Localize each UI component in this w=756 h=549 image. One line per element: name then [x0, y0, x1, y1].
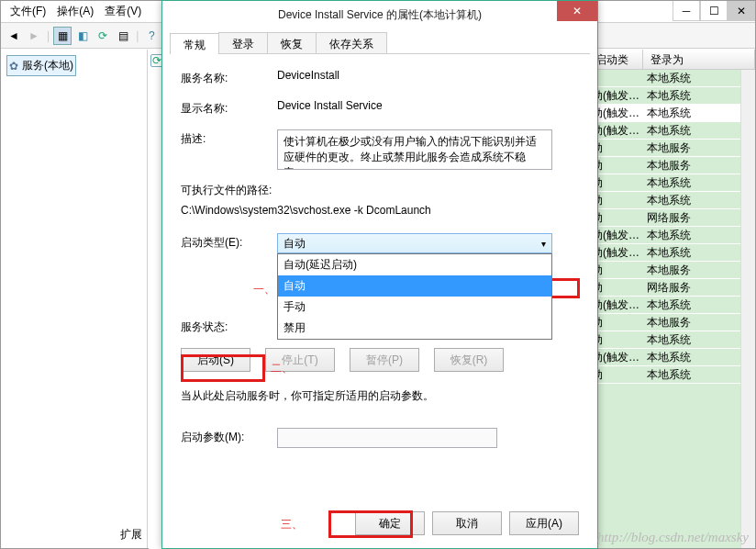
start-button[interactable]: 启动(S) — [181, 348, 250, 372]
pause-button: 暂停(P) — [350, 348, 419, 372]
value-display-name: Device Install Service — [277, 99, 579, 112]
label-exe-path: 可执行文件的路径: — [181, 183, 579, 198]
table-row[interactable]: 动网络服务 — [588, 279, 740, 297]
tree-item-services[interactable]: ✿ 服务(本地) — [6, 55, 76, 76]
select-value: 自动 — [284, 236, 306, 252]
back-icon[interactable]: ◄ — [5, 27, 23, 45]
label-startup-type: 启动类型(E): — [181, 233, 277, 251]
table-row[interactable]: 动本地系统 — [588, 366, 740, 384]
annotation-label-1: 一、 — [253, 282, 275, 297]
list-rows[interactable]: 本地系统动(触发…本地系统动(触发…本地系统动(触发…本地系统动本地服务动本地服… — [588, 70, 740, 548]
label-description: 描述: — [181, 129, 277, 147]
select-popup: 自动(延迟启动) 自动 手动 禁用 — [277, 253, 552, 340]
table-row[interactable]: 动网络服务 — [588, 209, 740, 227]
table-row[interactable]: 动本地系统 — [588, 192, 740, 209]
label-service-status: 服务状态: — [181, 318, 277, 335]
tab-general[interactable]: 常规 — [170, 33, 219, 54]
main-titlebar: ─ ☐ ✕ — [673, 1, 755, 21]
table-row[interactable]: 动(触发…本地系统 — [588, 122, 740, 140]
resume-button: 恢复(R) — [434, 348, 504, 372]
menu-action[interactable]: 操作(A) — [51, 2, 99, 21]
startup-type-select[interactable]: 自动 ▾ 自动(延迟启动) 自动 手动 禁用 — [277, 233, 552, 253]
watermark: http://blog.csdn.net/maxsky — [597, 530, 749, 545]
ext-tab[interactable]: 扩展 — [120, 527, 142, 543]
tree-pane: ✿ 服务(本地) — [1, 50, 148, 548]
description-textbox[interactable]: 使计算机在极少或没有用户输入的情况下能识别并适应硬件的更改。终止或禁用此服务会造… — [277, 129, 552, 170]
col-logon[interactable]: 登录为 — [643, 50, 755, 69]
refresh-icon[interactable]: ⟳ — [94, 27, 112, 45]
table-row[interactable]: 本地系统 — [588, 70, 740, 87]
close-button[interactable]: ✕ — [728, 1, 755, 21]
table-row[interactable]: 动(触发…本地系统 — [588, 297, 740, 314]
table-row[interactable]: 动本地服务 — [588, 262, 740, 279]
table-row[interactable]: 动本地系统 — [588, 331, 740, 349]
view-icon[interactable]: ▦ — [53, 27, 72, 45]
vertical-scrollbar[interactable] — [740, 70, 755, 548]
tab-logon[interactable]: 登录 — [218, 32, 268, 53]
value-service-name: DeviceInstall — [277, 69, 579, 82]
chevron-down-icon: ▾ — [541, 239, 546, 249]
tree-item-label: 服务(本地) — [22, 58, 73, 73]
tab-body: 服务名称: DeviceInstall 显示名称: Device Install… — [162, 54, 597, 476]
value-exe-path: C:\Windows\system32\svchost.exe -k DcomL… — [181, 204, 579, 217]
dialog-close-button[interactable]: ✕ — [557, 1, 597, 21]
option-manual[interactable]: 手动 — [278, 297, 551, 318]
table-row[interactable]: 动(触发…本地系统 — [588, 105, 740, 122]
tab-strip: 常规 登录 恢复 依存关系 — [170, 32, 590, 54]
table-row[interactable]: 动(触发…本地系统 — [588, 349, 740, 366]
table-row[interactable]: 动本地服务 — [588, 157, 740, 174]
tab-recovery[interactable]: 恢复 — [267, 32, 317, 53]
dialog-button-row: 确定 取消 应用(A) — [162, 511, 597, 535]
props-icon[interactable]: ◧ — [73, 27, 92, 45]
dialog-titlebar[interactable]: Device Install Service 的属性(本地计算机) ✕ — [162, 1, 597, 28]
option-disabled[interactable]: 禁用 — [278, 318, 551, 339]
table-row[interactable]: 动本地服务 — [588, 140, 740, 157]
tab-deps[interactable]: 依存关系 — [316, 32, 387, 53]
label-display-name: 显示名称: — [181, 99, 277, 117]
annotation-label-3: 三、 — [281, 517, 303, 532]
start-param-input[interactable] — [277, 428, 497, 448]
option-auto-delayed[interactable]: 自动(延迟启动) — [278, 254, 551, 275]
gear-icon: ✿ — [9, 60, 18, 73]
menu-file[interactable]: 文件(F) — [5, 2, 51, 21]
ok-button[interactable]: 确定 — [355, 511, 425, 535]
fwd-icon[interactable]: ► — [25, 27, 43, 45]
table-row[interactable]: 动(触发…本地系统 — [588, 87, 740, 105]
label-start-param: 启动参数(M): — [181, 428, 277, 445]
properties-dialog: Device Install Service 的属性(本地计算机) ✕ 常规 登… — [161, 0, 598, 549]
minimize-button[interactable]: ─ — [673, 1, 700, 21]
table-row[interactable]: 动本地服务 — [588, 314, 740, 331]
select-button[interactable]: 自动 ▾ — [277, 233, 552, 253]
list-header: 启动类型 登录为 — [588, 50, 755, 70]
label-service-name: 服务名称: — [181, 69, 277, 86]
table-row[interactable]: 动(触发…本地系统 — [588, 227, 740, 244]
help-icon[interactable]: ? — [142, 27, 161, 45]
option-auto[interactable]: 自动 — [278, 275, 551, 297]
annotation-label-2: 二、 — [271, 361, 293, 376]
cancel-button[interactable]: 取消 — [432, 511, 502, 535]
apply-button[interactable]: 应用(A) — [509, 511, 579, 535]
export-icon[interactable]: ▤ — [114, 27, 132, 45]
dialog-title: Device Install Service 的属性(本地计算机) — [278, 7, 482, 23]
maximize-button[interactable]: ☐ — [700, 1, 728, 21]
menu-view[interactable]: 查看(V) — [99, 2, 147, 21]
start-param-hint: 当从此处启动服务时，你可指定所适用的启动参数。 — [181, 388, 579, 404]
table-row[interactable]: 动(触发…本地系统 — [588, 244, 740, 262]
table-row[interactable]: 动本地系统 — [588, 174, 740, 192]
